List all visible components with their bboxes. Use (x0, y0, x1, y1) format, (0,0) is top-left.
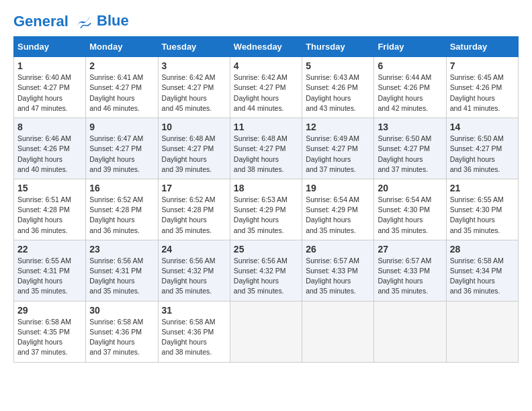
calendar-cell: 3Sunrise: 6:42 AMSunset: 4:27 PMDaylight… (158, 57, 230, 118)
calendar-cell: 21Sunrise: 6:55 AMSunset: 4:30 PMDayligh… (446, 179, 518, 240)
calendar-cell: 13Sunrise: 6:50 AMSunset: 4:27 PMDayligh… (374, 118, 446, 179)
day-info: Sunrise: 6:44 AMSunset: 4:26 PMDaylight … (378, 73, 442, 113)
day-info: Sunrise: 6:49 AMSunset: 4:27 PMDaylight … (306, 134, 370, 175)
day-number: 23 (89, 244, 154, 255)
calendar-cell: 12Sunrise: 6:49 AMSunset: 4:27 PMDayligh… (302, 118, 374, 179)
week-row-2: 8Sunrise: 6:46 AMSunset: 4:26 PMDaylight… (14, 118, 519, 179)
header-day-sunday: Sunday (14, 37, 86, 57)
calendar-cell: 18Sunrise: 6:53 AMSunset: 4:29 PMDayligh… (230, 179, 302, 240)
day-info: Sunrise: 6:52 AMSunset: 4:28 PMDaylight … (162, 195, 226, 236)
day-number: 10 (162, 122, 226, 132)
calendar-cell: 15Sunrise: 6:51 AMSunset: 4:28 PMDayligh… (14, 179, 86, 240)
calendar-cell: 4Sunrise: 6:42 AMSunset: 4:27 PMDaylight… (230, 57, 302, 118)
day-number: 18 (234, 183, 298, 193)
day-info: Sunrise: 6:43 AMSunset: 4:26 PMDaylight … (306, 73, 370, 113)
day-info: Sunrise: 6:50 AMSunset: 4:27 PMDaylight … (450, 134, 515, 175)
week-row-4: 22Sunrise: 6:55 AMSunset: 4:31 PMDayligh… (14, 240, 519, 301)
day-info: Sunrise: 6:56 AMSunset: 4:32 PMDaylight … (162, 256, 226, 297)
calendar-cell: 30Sunrise: 6:58 AMSunset: 4:36 PMDayligh… (86, 301, 158, 362)
day-number: 25 (234, 244, 298, 255)
day-info: Sunrise: 6:57 AMSunset: 4:33 PMDaylight … (378, 256, 442, 297)
day-number: 12 (306, 122, 370, 132)
day-number: 11 (234, 122, 298, 132)
day-number: 31 (162, 305, 226, 316)
calendar-cell: 8Sunrise: 6:46 AMSunset: 4:26 PMDaylight… (14, 118, 86, 179)
calendar-cell: 11Sunrise: 6:48 AMSunset: 4:27 PMDayligh… (230, 118, 302, 179)
day-info: Sunrise: 6:58 AMSunset: 4:36 PMDaylight … (89, 317, 154, 358)
header-day-thursday: Thursday (302, 37, 374, 57)
calendar-cell: 23Sunrise: 6:56 AMSunset: 4:31 PMDayligh… (86, 240, 158, 301)
calendar-table: SundayMondayTuesdayWednesdayThursdayFrid… (13, 36, 519, 362)
day-number: 1 (17, 60, 82, 71)
day-number: 4 (234, 60, 298, 71)
day-info: Sunrise: 6:50 AMSunset: 4:27 PMDaylight … (378, 134, 442, 175)
day-info: Sunrise: 6:58 AMSunset: 4:34 PMDaylight … (450, 256, 515, 297)
calendar-cell: 19Sunrise: 6:54 AMSunset: 4:29 PMDayligh… (302, 179, 374, 240)
logo-general: General (13, 13, 69, 30)
calendar-cell: 6Sunrise: 6:44 AMSunset: 4:26 PMDaylight… (374, 57, 446, 118)
day-info: Sunrise: 6:54 AMSunset: 4:29 PMDaylight … (306, 195, 370, 236)
calendar-cell: 17Sunrise: 6:52 AMSunset: 4:28 PMDayligh… (158, 179, 230, 240)
calendar-cell: 27Sunrise: 6:57 AMSunset: 4:33 PMDayligh… (374, 240, 446, 301)
calendar-cell: 9Sunrise: 6:47 AMSunset: 4:27 PMDaylight… (86, 118, 158, 179)
day-info: Sunrise: 6:48 AMSunset: 4:27 PMDaylight … (234, 134, 298, 175)
calendar-cell: 5Sunrise: 6:43 AMSunset: 4:26 PMDaylight… (302, 57, 374, 118)
day-info: Sunrise: 6:47 AMSunset: 4:27 PMDaylight … (89, 134, 154, 175)
calendar-cell: 26Sunrise: 6:57 AMSunset: 4:33 PMDayligh… (302, 240, 374, 301)
day-info: Sunrise: 6:52 AMSunset: 4:28 PMDaylight … (89, 195, 154, 236)
day-number: 15 (17, 183, 82, 193)
day-info: Sunrise: 6:58 AMSunset: 4:36 PMDaylight … (162, 317, 226, 358)
calendar-cell (446, 301, 518, 362)
calendar-cell: 22Sunrise: 6:55 AMSunset: 4:31 PMDayligh… (14, 240, 86, 301)
day-info: Sunrise: 6:46 AMSunset: 4:26 PMDaylight … (17, 134, 82, 175)
page-header: General Blue (13, 13, 519, 30)
calendar-cell: 14Sunrise: 6:50 AMSunset: 4:27 PMDayligh… (446, 118, 518, 179)
header-day-friday: Friday (374, 37, 446, 57)
calendar-cell: 16Sunrise: 6:52 AMSunset: 4:28 PMDayligh… (86, 179, 158, 240)
day-info: Sunrise: 6:56 AMSunset: 4:31 PMDaylight … (89, 256, 154, 297)
day-number: 21 (450, 183, 515, 193)
header-day-monday: Monday (86, 37, 158, 57)
day-number: 22 (17, 244, 82, 255)
day-number: 26 (306, 244, 370, 255)
calendar-cell: 31Sunrise: 6:58 AMSunset: 4:36 PMDayligh… (158, 301, 230, 362)
day-number: 8 (17, 122, 82, 132)
day-number: 3 (162, 60, 226, 71)
calendar-cell: 7Sunrise: 6:45 AMSunset: 4:26 PMDaylight… (446, 57, 518, 118)
calendar-cell: 25Sunrise: 6:56 AMSunset: 4:32 PMDayligh… (230, 240, 302, 301)
day-number: 19 (306, 183, 370, 193)
day-info: Sunrise: 6:45 AMSunset: 4:26 PMDaylight … (450, 73, 515, 113)
day-info: Sunrise: 6:55 AMSunset: 4:31 PMDaylight … (17, 256, 82, 297)
day-info: Sunrise: 6:54 AMSunset: 4:30 PMDaylight … (378, 195, 442, 236)
day-info: Sunrise: 6:51 AMSunset: 4:28 PMDaylight … (17, 195, 82, 236)
day-number: 28 (450, 244, 515, 255)
day-number: 2 (89, 60, 154, 71)
day-number: 20 (378, 183, 442, 193)
day-number: 27 (378, 244, 442, 255)
day-number: 16 (89, 183, 154, 193)
calendar-cell: 28Sunrise: 6:58 AMSunset: 4:34 PMDayligh… (446, 240, 518, 301)
logo-bird-icon (74, 15, 93, 30)
day-number: 7 (450, 60, 515, 71)
header-day-wednesday: Wednesday (230, 37, 302, 57)
week-row-1: 1Sunrise: 6:40 AMSunset: 4:27 PMDaylight… (14, 57, 519, 118)
day-number: 30 (89, 305, 154, 316)
week-row-3: 15Sunrise: 6:51 AMSunset: 4:28 PMDayligh… (14, 179, 519, 240)
day-number: 17 (162, 183, 226, 193)
day-info: Sunrise: 6:56 AMSunset: 4:32 PMDaylight … (234, 256, 298, 297)
header-day-saturday: Saturday (446, 37, 518, 57)
header-day-tuesday: Tuesday (158, 37, 230, 57)
day-info: Sunrise: 6:48 AMSunset: 4:27 PMDaylight … (162, 134, 226, 175)
logo-blue: Blue (97, 13, 129, 29)
calendar-cell: 2Sunrise: 6:41 AMSunset: 4:27 PMDaylight… (86, 57, 158, 118)
day-info: Sunrise: 6:41 AMSunset: 4:27 PMDaylight … (89, 73, 154, 113)
calendar-cell: 24Sunrise: 6:56 AMSunset: 4:32 PMDayligh… (158, 240, 230, 301)
day-number: 6 (378, 60, 442, 71)
logo: General Blue (13, 13, 129, 30)
calendar-cell (374, 301, 446, 362)
calendar-cell (230, 301, 302, 362)
day-number: 29 (17, 305, 82, 316)
day-info: Sunrise: 6:42 AMSunset: 4:27 PMDaylight … (234, 73, 298, 113)
day-info: Sunrise: 6:57 AMSunset: 4:33 PMDaylight … (306, 256, 370, 297)
day-number: 13 (378, 122, 442, 132)
